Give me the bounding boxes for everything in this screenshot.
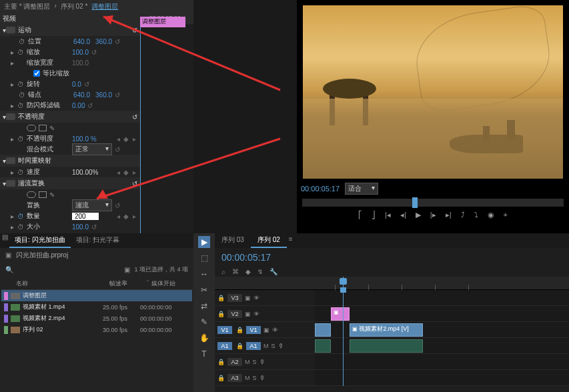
panel-menu-icon[interactable]: ≡ [287, 233, 295, 248]
expand-icon[interactable]: ▸ [11, 213, 17, 220]
mute-button[interactable]: M [263, 343, 269, 349]
next-keyframe-icon[interactable]: ▸ [131, 213, 137, 220]
reset-icon[interactable]: ↺ [91, 49, 97, 56]
stopwatch-icon[interactable]: ⏱ [19, 91, 28, 99]
track-name[interactable]: V3 [227, 294, 242, 302]
opacity-section[interactable]: ▾ 不透明度 ↺ [0, 111, 140, 123]
lane-a3[interactable] [315, 370, 569, 386]
mute-button[interactable]: ▣ [263, 327, 269, 333]
reset-icon[interactable]: ↺ [87, 102, 93, 109]
motion-section[interactable]: ▾ 运动 ↺ [0, 24, 140, 36]
rotation-value[interactable]: 0.0 [72, 81, 81, 88]
step-fwd-icon[interactable]: |▸ [430, 211, 436, 219]
timeline-playhead[interactable] [343, 290, 344, 386]
reset-icon[interactable]: ↺ [84, 81, 89, 88]
size-value[interactable]: 100.0 [72, 223, 89, 231]
position-y[interactable]: 360.0 [95, 38, 112, 45]
project-tab-1[interactable]: 项目: 闪光加扭曲 [9, 233, 71, 248]
timeline-timecode[interactable]: 00:00:05:17 [221, 252, 271, 263]
lock-icon[interactable]: 🔒 [217, 295, 225, 301]
track-a1[interactable]: A1 🔒 A1 M S 🎙 [215, 338, 315, 354]
prev-keyframe-icon[interactable]: ◂ [115, 213, 121, 220]
voice-icon[interactable]: 🎙 [259, 375, 265, 381]
antiflicker-value[interactable]: 0.00 [72, 102, 85, 109]
mute-button[interactable]: M [245, 359, 250, 365]
expand-icon[interactable]: ▸ [11, 135, 17, 143]
ellipse-mask-icon[interactable] [27, 125, 36, 131]
add-keyframe-icon[interactable]: ◆ [123, 169, 129, 176]
marker-icon[interactable]: ◆ [245, 268, 251, 275]
lock-icon[interactable]: 🔒 [236, 327, 243, 333]
type-tool-icon[interactable]: T [198, 348, 210, 360]
pen-mask-icon[interactable]: ✎ [49, 191, 55, 199]
expand-icon[interactable]: ▸ [11, 223, 17, 231]
reset-icon[interactable]: ↺ [91, 223, 97, 231]
source-patch[interactable]: A1 [217, 342, 232, 350]
expand-icon[interactable]: ▸ [11, 49, 17, 56]
prev-keyframe-icon[interactable]: ◂ [115, 135, 121, 143]
play-icon[interactable]: ▶ [416, 211, 421, 219]
col-fps[interactable]: 帧速率 [109, 279, 147, 288]
scrubber-playhead[interactable] [412, 197, 418, 208]
stopwatch-icon[interactable]: ⏱ [17, 223, 27, 231]
col-name[interactable]: 名称 [16, 279, 109, 288]
reset-icon[interactable]: ↺ [115, 91, 120, 99]
lock-icon[interactable]: 🔒 [236, 343, 243, 349]
eye-icon[interactable]: 👁 [253, 295, 259, 301]
track-content[interactable]: ▣ ▣ 视频素材2.mp4 [V] [315, 277, 569, 386]
anchor-y[interactable]: 360.0 [95, 91, 112, 99]
fit-dropdown[interactable]: 适合 ▾ [345, 183, 378, 195]
stopwatch-icon[interactable]: ⏱ [17, 49, 27, 56]
lock-icon[interactable]: 🔒 [217, 359, 225, 365]
project-item[interactable]: 视频素材 1.mp4 25.00 fps 00:00:00:00 [1, 301, 192, 313]
stopwatch-icon[interactable]: ⏱ [19, 38, 28, 45]
lane-a1[interactable] [315, 338, 569, 354]
lift-icon[interactable]: ⤴ [461, 211, 465, 219]
voice-icon[interactable]: 🎙 [278, 343, 284, 349]
lane-v3[interactable] [315, 290, 569, 306]
reset-icon[interactable]: ↺ [115, 146, 120, 153]
fx-badge[interactable] [6, 27, 15, 33]
pen-tool-icon[interactable]: ✎ [198, 316, 210, 328]
blend-mode-dropdown[interactable]: 正常 ▾ [72, 143, 112, 155]
sort-icon[interactable]: ˇ [147, 279, 149, 288]
export-frame-icon[interactable]: ◉ [488, 211, 494, 219]
settings-icon[interactable]: + [504, 211, 508, 219]
solo-button[interactable]: S [271, 343, 275, 349]
reset-icon[interactable]: ↺ [132, 113, 137, 121]
audio-clip-1[interactable] [315, 339, 331, 353]
ripple-tool-icon[interactable]: ↔ [198, 268, 210, 280]
eye-icon[interactable]: 👁 [272, 327, 278, 333]
eye-icon[interactable]: 👁 [253, 311, 259, 317]
filter-icon[interactable]: ▣ [124, 266, 130, 273]
header-sub-link[interactable]: 调整图层 [91, 2, 118, 11]
effect-timeline[interactable]: ▸ 00:00:05:00 调整图层 [140, 13, 193, 264]
mute-button[interactable]: M [245, 375, 250, 381]
preview-timecode[interactable]: 00:00:05:17 [301, 185, 340, 193]
lane-a2[interactable] [315, 354, 569, 370]
track-a3[interactable]: 🔒 A3 M S 🎙 [215, 370, 315, 386]
project-item[interactable]: 视频素材 2.mp4 25.00 fps 00:00:00:00 [1, 313, 192, 324]
solo-button[interactable]: S [253, 359, 257, 365]
expand-icon[interactable]: ▸ [11, 102, 17, 109]
track-select-tool-icon[interactable]: ⬚ [198, 252, 210, 264]
track-v1[interactable]: V1 🔒 V1 ▣ 👁 [215, 322, 315, 338]
turbulent-section[interactable]: ▾ 湍流置换 ↺ [0, 177, 140, 189]
audio-clip-2[interactable] [350, 339, 423, 353]
stopwatch-icon[interactable]: ⏱ [17, 102, 27, 109]
stopwatch-icon[interactable]: ⏱ [17, 213, 27, 220]
track-name[interactable]: A3 [227, 374, 242, 382]
search-icon[interactable]: 🔍 [5, 266, 13, 273]
expand-icon[interactable]: ▸ [11, 81, 17, 88]
anchor-x[interactable]: 640.0 [73, 91, 90, 99]
track-name[interactable]: V2 [227, 310, 242, 318]
rect-mask-icon[interactable] [39, 125, 47, 131]
stopwatch-icon[interactable]: ⏱ [17, 135, 27, 143]
lane-v2[interactable]: ▣ [315, 306, 569, 322]
reset-icon[interactable]: ↺ [115, 38, 120, 45]
position-x[interactable]: 640.0 [73, 38, 90, 45]
track-name[interactable]: A1 [246, 342, 261, 350]
fx-badge[interactable] [6, 157, 15, 164]
adjustment-clip[interactable]: ▣ [331, 307, 350, 321]
step-back-icon[interactable]: ◂| [400, 211, 406, 219]
